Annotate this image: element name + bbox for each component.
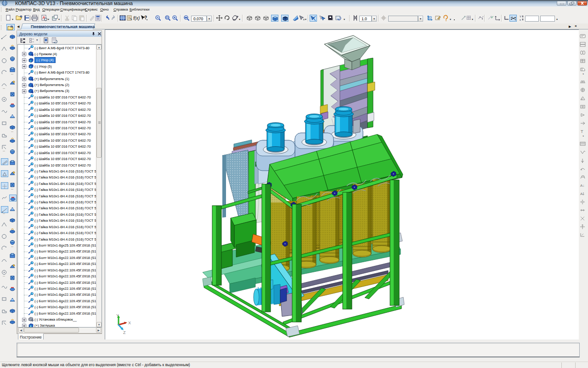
svg-text:x: x — [520, 18, 521, 21]
svg-text:Z: Z — [123, 330, 126, 335]
svg-text:X: X — [128, 321, 131, 325]
svg-text:Y: Y — [116, 313, 119, 318]
svg-text:A: A — [580, 192, 583, 196]
svg-text:Y: Y — [520, 15, 521, 18]
svg-text:f(x): f(x) — [133, 16, 140, 21]
svg-text:T: T — [581, 129, 583, 134]
svg-text:A↓: A↓ — [580, 184, 584, 188]
